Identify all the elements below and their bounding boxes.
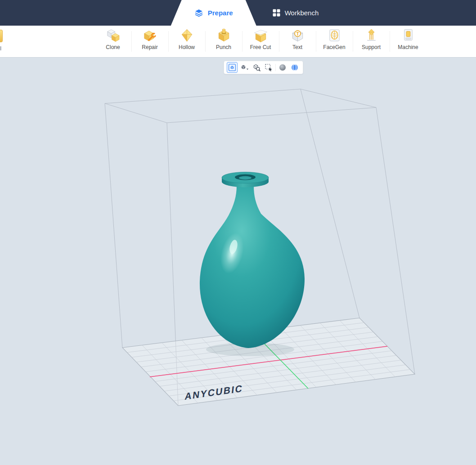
tool-label: Hollow bbox=[179, 44, 195, 50]
tool-hollow[interactable]: Hollow bbox=[168, 27, 205, 55]
svg-text:T: T bbox=[296, 31, 299, 36]
tool-text[interactable]: T Text bbox=[279, 27, 316, 55]
view-toolbar-divider bbox=[275, 64, 276, 71]
tool-label: Text bbox=[292, 44, 302, 50]
tool-label: Punch bbox=[216, 44, 231, 50]
machine-icon bbox=[400, 27, 416, 43]
sphere-shaded-icon[interactable] bbox=[277, 62, 288, 73]
tool-label: Support bbox=[362, 44, 381, 50]
title-bar: Prepare Workbench bbox=[0, 0, 476, 26]
text-icon: T bbox=[290, 27, 305, 43]
freecut-icon bbox=[253, 27, 269, 43]
punch-icon bbox=[216, 27, 232, 43]
tool-punch[interactable]: Punch bbox=[205, 27, 242, 55]
tool-clone[interactable]: Clone bbox=[94, 27, 131, 55]
tool-machine[interactable]: Machine bbox=[390, 27, 427, 55]
clone-icon bbox=[105, 27, 121, 43]
fit-view-icon[interactable] bbox=[227, 62, 238, 73]
tool-freecut[interactable]: Free Cut bbox=[242, 27, 279, 55]
tool-support[interactable]: Support bbox=[353, 27, 390, 55]
repair-icon bbox=[142, 27, 158, 43]
viewport-3d[interactable]: ANYCUBIC bbox=[0, 58, 476, 465]
model-vase[interactable] bbox=[200, 172, 305, 349]
grid-icon bbox=[273, 9, 280, 17]
support-icon bbox=[364, 27, 379, 43]
tab-prepare[interactable]: Prepare bbox=[171, 0, 256, 26]
view-cube-icon[interactable] bbox=[239, 62, 250, 73]
tool-label: Free Cut bbox=[250, 44, 271, 50]
zoom-model-icon[interactable] bbox=[251, 62, 262, 73]
tab-prepare-label: Prepare bbox=[208, 9, 233, 17]
hollow-icon bbox=[179, 27, 195, 43]
tab-workbench-label: Workbench bbox=[285, 9, 319, 17]
mode-tabs: Prepare Workbench bbox=[171, 0, 335, 26]
clipped-tool-label bbox=[0, 46, 1, 50]
tool-label: Clone bbox=[106, 44, 120, 50]
layers-icon bbox=[194, 9, 203, 18]
clipped-tool-icon[interactable] bbox=[0, 30, 3, 42]
tool-repair[interactable]: Repair bbox=[131, 27, 168, 55]
tab-workbench[interactable]: Workbench bbox=[256, 0, 335, 26]
tool-label: Repair bbox=[142, 44, 157, 50]
main-toolbar: Clone Repair Hollow Punch bbox=[0, 26, 476, 58]
tool-label: Machine bbox=[398, 44, 418, 50]
facegen-icon bbox=[327, 27, 342, 43]
tool-label: FaceGen bbox=[323, 44, 345, 50]
tool-facegen[interactable]: FaceGen bbox=[316, 27, 353, 55]
scene-canvas[interactable]: ANYCUBIC bbox=[0, 58, 476, 465]
select-region-icon[interactable] bbox=[263, 62, 274, 73]
view-toolbar bbox=[224, 61, 303, 74]
sphere-textured-icon[interactable] bbox=[289, 62, 300, 73]
